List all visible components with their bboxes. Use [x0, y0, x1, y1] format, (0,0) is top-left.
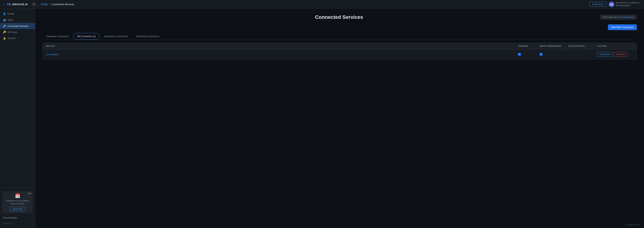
sidebar-label-3: API Keys	[8, 31, 17, 33]
svg-line-1	[34, 5, 35, 5]
add-connector-button[interactable]: Add New Connector	[608, 24, 637, 30]
instructions-button[interactable]: Instructions	[597, 52, 613, 57]
logo-bar-3	[10, 3, 11, 5]
col-write-permission: WRITE PERMISSION	[540, 45, 568, 47]
nav-left: ‹ ABACUS.AI Profile > Connected Services	[3, 2, 74, 7]
check-icon: ✓	[519, 53, 520, 55]
sidebar-label-4: Secrets	[8, 37, 16, 40]
breadcrumb: Profile > Connected Services	[41, 3, 74, 6]
consultation-icon: 📅	[4, 193, 31, 198]
write-permission-cell: ✓	[540, 53, 568, 56]
main-content: Connected Services Need help? go to conn…	[35, 8, 644, 228]
sidebar-item-team[interactable]: 👥Team	[0, 17, 35, 23]
logo-icon	[7, 3, 11, 5]
sidebar-nav: 👤Profile👥Team🔗Connected Services🔑API Key…	[0, 8, 35, 188]
logo-text: ABACUS.AI	[12, 3, 28, 6]
sidebar-icon-1: 👥	[3, 18, 6, 21]
col-auth-expires: AUTH EXPIRES	[568, 45, 597, 47]
apply-now-button[interactable]: Apply Now	[10, 207, 25, 211]
logo: ABACUS.AI	[7, 3, 28, 6]
table-row: s3://testtest ✓ ✓ - Instructions	[42, 49, 637, 59]
col-verified: VERIFIED	[518, 45, 540, 47]
connectors-doc-link[interactable]: connectors doc	[620, 16, 634, 18]
col-bucket: BUCKET ↓	[46, 45, 518, 47]
tab-application-connectors[interactable]: Application Connectors	[100, 33, 132, 40]
sidebar-bottom: Hide 📅 Schedule free consultation with o…	[0, 188, 35, 228]
brand-label: Abacus.AI	[0, 221, 35, 226]
logo-bar-2	[9, 3, 10, 5]
sidebar-label-2: Connected Services	[8, 25, 28, 27]
tabs: Database ConnectorsFile Connector (1)App…	[42, 33, 637, 40]
sidebar-item-profile[interactable]: 👤Profile	[0, 11, 35, 17]
actions-cell: Instructions Remove	[597, 52, 633, 57]
sidebar-icon-3: 🔑	[3, 31, 6, 33]
sidebar-item-api-keys[interactable]: 🔑API Keys	[0, 29, 35, 35]
layout: 👤Profile👥Team🔗Connected Services🔑API Key…	[0, 8, 644, 228]
sidebar-label-0: Profile	[8, 12, 14, 15]
sidebar-label-1: Team	[8, 19, 13, 21]
verified-checkbox[interactable]: ✓	[518, 53, 521, 56]
user-menu[interactable]: AA Team: API Test Org LBWp!*,&— Avi Arja…	[609, 1, 641, 7]
sidebar: 👤Profile👥Team🔗Connected Services🔑API Key…	[0, 8, 35, 228]
table-container: BUCKET ↓ VERIFIED WRITE PERMISSION AUTH …	[42, 43, 637, 59]
consultation-card: Hide 📅 Schedule free consultation with o…	[2, 191, 33, 213]
breadcrumb-current: Connected Services	[52, 3, 74, 6]
sidebar-item-secrets[interactable]: 🔒Secrets	[0, 35, 35, 41]
invite-team-button[interactable]: Invite Team	[590, 2, 606, 7]
svg-point-0	[33, 3, 34, 5]
nav-right: Invite Team AA Team: API Test Org LBWp!*…	[590, 1, 641, 7]
sidebar-item-connected-services[interactable]: 🔗Connected Services	[0, 23, 35, 29]
page-title: Connected Services	[78, 14, 600, 20]
search-button[interactable]	[32, 2, 36, 7]
remove-button[interactable]: Remove	[614, 52, 627, 57]
search-icon	[33, 3, 35, 5]
sidebar-icon-0: 👤	[3, 12, 6, 15]
breadcrumb-profile[interactable]: Profile	[41, 3, 48, 6]
help-link: Need help? go to connectors doc	[600, 15, 637, 20]
tab-streaming-connectors[interactable]: Streaming Connectors	[132, 33, 163, 40]
bucket-cell: s3://testtest	[46, 53, 518, 56]
user-team: Team: API Test Org LBWp!*,&—	[616, 1, 641, 4]
user-name: Avi Arjavalingam	[616, 4, 641, 7]
sidebar-icon-2: 🔗	[3, 24, 6, 27]
tab-database-connectors[interactable]: Database Connectors	[42, 33, 72, 40]
sort-icon: ↓	[56, 45, 57, 47]
consultation-text: Schedule free consultation with our expe…	[4, 200, 31, 205]
avatar: AA	[609, 1, 614, 7]
back-button[interactable]: ‹	[3, 2, 5, 7]
top-nav: ‹ ABACUS.AI Profile > Connected Services…	[0, 0, 644, 8]
bucket-link[interactable]: s3://testtest	[46, 53, 58, 56]
write-permission-checkbox[interactable]: ✓	[540, 53, 542, 56]
logo-bar-1	[7, 3, 8, 5]
copyright-footer: © Copyright 2023	[621, 221, 644, 228]
user-info: Team: API Test Org LBWp!*,&— Avi Arjaval…	[616, 1, 641, 7]
check-icon-2: ✓	[540, 53, 542, 55]
verified-cell: ✓	[518, 53, 540, 56]
help-text: Need help? go to	[602, 16, 619, 18]
tab-file-connector-(1)[interactable]: File Connector (1)	[73, 33, 100, 40]
sidebar-icon-4: 🔒	[3, 37, 6, 40]
auth-expires-cell: -	[568, 53, 597, 56]
hide-button[interactable]: Hide	[27, 192, 32, 195]
documentation-link[interactable]: Documentation	[0, 215, 35, 221]
col-actions: ACTIONS	[597, 45, 633, 47]
breadcrumb-separator: >	[49, 3, 50, 6]
action-row: Add New Connector	[42, 24, 637, 30]
table-header: BUCKET ↓ VERIFIED WRITE PERMISSION AUTH …	[42, 43, 637, 49]
